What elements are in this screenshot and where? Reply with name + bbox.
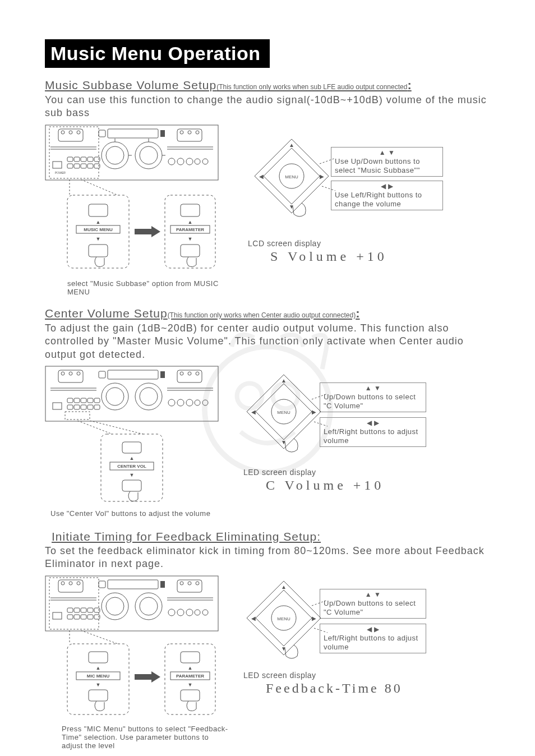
updown-arrows-icon: ▲ ▼	[324, 384, 422, 393]
section-heading: Initiate Timing for Feedback Eliminating…	[52, 530, 490, 543]
svg-rect-88	[94, 398, 100, 403]
svg-point-95	[177, 399, 184, 406]
instruction-updown-text: Up/Down buttons to select "C Volume"	[324, 599, 422, 617]
dpad-illustration: MENU ▲ ▼ ◀ ▶	[239, 371, 329, 461]
flow-illustration: ▲ MUSIC MENU ▼ ▲ PARAMETER ▼	[45, 179, 219, 275]
svg-point-69	[61, 372, 64, 375]
svg-rect-89	[67, 405, 73, 409]
svg-rect-73	[108, 370, 158, 379]
leftright-arrows-icon: ◀ ▶	[335, 182, 439, 191]
svg-text:▼: ▼	[130, 472, 135, 478]
svg-point-6	[69, 131, 72, 134]
svg-rect-56	[181, 245, 200, 257]
svg-rect-30	[74, 164, 80, 168]
svg-point-71	[77, 372, 80, 375]
svg-rect-135	[67, 608, 73, 612]
flow-right-label: PARAMETER	[176, 227, 204, 232]
svg-point-17	[135, 142, 162, 169]
svg-point-148	[195, 610, 200, 615]
section-body: To set the feedback eliminator kick in t…	[45, 545, 490, 571]
section-feedback-timing: Initiate Timing for Feedback Eliminating…	[45, 530, 490, 750]
svg-rect-87	[87, 398, 93, 403]
dpad-illustration: MENU ▲ ▼ ◀ ▶	[247, 136, 336, 225]
svg-rect-29	[67, 164, 73, 168]
svg-text:POWER: POWER	[55, 171, 66, 174]
instruction-updown-text: Up/Down buttons to select "C Volume"	[324, 393, 422, 411]
svg-point-149	[202, 610, 208, 615]
svg-rect-118	[45, 576, 218, 631]
heading-note: (This function only works when sub LFE a…	[216, 83, 407, 91]
device-panel-illustration	[45, 366, 219, 422]
svg-line-152	[81, 630, 118, 644]
svg-rect-107	[122, 480, 141, 491]
svg-text:▼: ▼	[96, 236, 101, 242]
heading-colon: :	[356, 306, 359, 320]
instruction-leftright-text: Left/Right buttons to adjust volume	[324, 427, 422, 446]
svg-point-97	[195, 400, 200, 405]
svg-marker-160	[151, 671, 160, 683]
svg-point-76	[180, 372, 183, 375]
flow-right-label: PARAMETER	[176, 674, 204, 679]
svg-rect-158	[89, 690, 108, 701]
svg-rect-84	[67, 398, 73, 403]
svg-rect-138	[87, 608, 93, 612]
svg-rect-31	[81, 164, 86, 168]
svg-point-145	[168, 609, 175, 616]
svg-point-128	[188, 582, 191, 585]
svg-rect-32	[87, 164, 93, 168]
svg-rect-140	[67, 615, 73, 619]
svg-rect-72	[99, 371, 105, 378]
svg-point-37	[195, 159, 200, 164]
flow-left-label: MIC MENU	[87, 674, 110, 679]
svg-text:▶: ▶	[312, 615, 316, 621]
svg-rect-90	[74, 405, 80, 409]
svg-point-122	[77, 582, 80, 585]
svg-text:▲: ▲	[289, 142, 294, 148]
svg-line-116	[312, 394, 328, 399]
section-body: To adjust the gain (1dB~20dB) for center…	[45, 322, 490, 361]
heading-note: (This function only works when Center au…	[168, 311, 356, 319]
svg-rect-24	[67, 157, 73, 162]
svg-point-127	[180, 582, 183, 585]
svg-point-5	[61, 131, 64, 134]
svg-point-120	[61, 582, 64, 585]
svg-point-94	[168, 399, 175, 406]
svg-point-81	[135, 383, 162, 410]
svg-text:▲: ▲	[96, 665, 101, 671]
instruction-updown: ▲ ▼ Up/Down buttons to select "C Volume"	[320, 589, 426, 619]
svg-point-147	[186, 609, 193, 616]
svg-point-15	[102, 142, 128, 169]
svg-point-34	[168, 158, 175, 165]
svg-text:◀: ◀	[251, 615, 256, 621]
svg-point-77	[188, 372, 191, 375]
svg-point-7	[77, 131, 80, 134]
svg-text:◀: ◀	[259, 173, 264, 179]
section-body: You can use this function to change the …	[45, 94, 490, 120]
svg-rect-9	[108, 129, 158, 138]
section-center-volume: Center Volume Setup(This function only w…	[45, 306, 490, 518]
svg-point-80	[106, 388, 124, 405]
svg-text:▲: ▲	[130, 455, 135, 461]
lcd-value: S Volume +10	[248, 249, 388, 264]
flow-illustration: ▲ MIC MENU ▼ ▲ PARAMETER ▼	[45, 630, 219, 720]
updown-arrows-icon: ▲ ▼	[324, 591, 422, 599]
leftright-arrows-icon: ◀ ▶	[324, 625, 422, 634]
svg-rect-74	[160, 371, 165, 378]
svg-rect-142	[81, 615, 86, 619]
svg-line-176	[314, 628, 328, 633]
svg-rect-161	[165, 644, 215, 714]
lcd-label: LCD screen display	[248, 239, 388, 248]
svg-rect-85	[74, 398, 80, 403]
svg-rect-125	[160, 581, 165, 588]
svg-point-121	[69, 582, 72, 585]
svg-rect-166	[181, 690, 200, 701]
instruction-leftright-text: Left/Right buttons to adjust volume	[324, 634, 422, 652]
svg-point-98	[202, 400, 208, 405]
svg-rect-8	[99, 130, 105, 137]
svg-rect-27	[87, 157, 93, 162]
svg-rect-10	[160, 130, 165, 137]
svg-text:▲: ▲	[96, 219, 101, 225]
page-title-bar: Music Menu Operation	[45, 39, 270, 68]
svg-rect-86	[81, 398, 86, 403]
instruction-leftright: ◀ ▶ Use Left/Right buttons to change the…	[331, 181, 443, 211]
